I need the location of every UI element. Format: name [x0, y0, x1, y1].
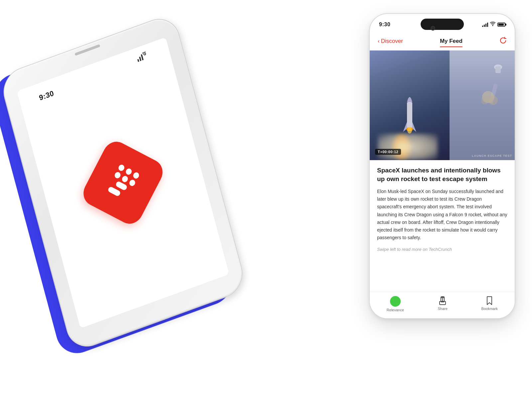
signal-bars-icon — [482, 22, 488, 27]
signal-bar-1 — [482, 26, 483, 27]
status-time: 9:30 — [379, 22, 390, 28]
chevron-left-icon: ‹ — [378, 38, 380, 45]
navigation-bar: ‹ Discover My Feed — [370, 32, 515, 50]
app-logo — [83, 139, 163, 226]
rocket-launch-image: T+00:00:12 — [370, 50, 450, 160]
svg-point-3 — [144, 52, 146, 55]
share-tab[interactable]: Share — [438, 296, 448, 311]
article-body: SpaceX launches and intentionally blows … — [370, 160, 515, 258]
svg-point-7 — [121, 175, 129, 183]
timestamp-badge: T+00:00:12 — [375, 149, 401, 155]
left-phone-time: 9:30 — [38, 89, 55, 102]
relevance-icon — [390, 296, 401, 307]
svg-point-20 — [488, 96, 498, 105]
wifi-icon — [490, 22, 495, 27]
bookmark-label: Bookmark — [481, 307, 498, 311]
svg-point-5 — [114, 171, 122, 179]
tab-bar: Relevance Share Bookmark — [370, 292, 515, 318]
battery-fill — [498, 24, 504, 26]
relevance-tab[interactable]: Relevance — [387, 296, 404, 312]
share-label: Share — [438, 307, 448, 311]
svg-rect-11 — [115, 181, 128, 191]
refresh-button[interactable] — [499, 37, 507, 46]
signal-bar-4 — [487, 23, 488, 27]
swipe-hint: Swipe left to read more on TechCrunch — [377, 247, 507, 252]
bookmark-tab[interactable]: Bookmark — [481, 296, 498, 311]
smoke-cloud — [378, 134, 438, 160]
right-phone-wrapper: 9:30 — [366, 10, 519, 389]
svg-rect-2 — [141, 54, 143, 60]
right-phone-power-button — [515, 80, 515, 104]
back-button[interactable]: ‹ Discover — [378, 38, 403, 45]
front-camera — [431, 26, 435, 31]
rocket-separation-image — [450, 50, 515, 160]
relevance-label: Relevance — [387, 308, 404, 312]
svg-point-10 — [132, 171, 140, 180]
left-phone-body: 9:30 — [0, 12, 248, 353]
logo-inner — [83, 139, 163, 226]
svg-point-15 — [407, 127, 412, 134]
article-body-text: Elon Musk-led SpaceX on Sunday successfu… — [377, 188, 507, 242]
svg-point-8 — [125, 167, 133, 176]
dynamic-island — [421, 19, 464, 30]
svg-rect-1 — [139, 56, 141, 61]
battery-icon — [497, 23, 505, 27]
svg-rect-0 — [137, 59, 139, 62]
svg-point-12 — [492, 25, 493, 26]
svg-point-9 — [128, 179, 136, 187]
rocket-separation-svg — [481, 57, 508, 124]
phone-content: T+00:00:12 — [370, 50, 515, 292]
svg-rect-13 — [407, 102, 412, 129]
bookmark-icon — [486, 296, 493, 305]
article-image: T+00:00:12 — [370, 50, 515, 160]
status-icons — [482, 22, 505, 27]
svg-rect-17 — [495, 66, 501, 73]
right-phone-body: 9:30 — [369, 13, 515, 319]
left-phone-notch — [74, 44, 100, 56]
share-icon — [439, 296, 447, 305]
signal-bar-3 — [485, 24, 486, 27]
signal-bar-2 — [484, 25, 485, 27]
article-title: SpaceX launches and intentionally blows … — [377, 166, 507, 183]
page-title: My Feed — [440, 38, 463, 45]
volume-down-button — [195, 93, 201, 110]
back-label: Discover — [381, 38, 403, 45]
logo-icon-svg — [96, 155, 149, 210]
left-phone-wrapper: 9:30 — [10, 20, 243, 346]
title-underline — [440, 47, 463, 47]
volume-up-button — [189, 70, 195, 87]
signal-indicator — [136, 51, 148, 63]
svg-point-6 — [117, 164, 125, 172]
image-caption: LAUNCH ESCAPE TEST — [472, 154, 512, 157]
